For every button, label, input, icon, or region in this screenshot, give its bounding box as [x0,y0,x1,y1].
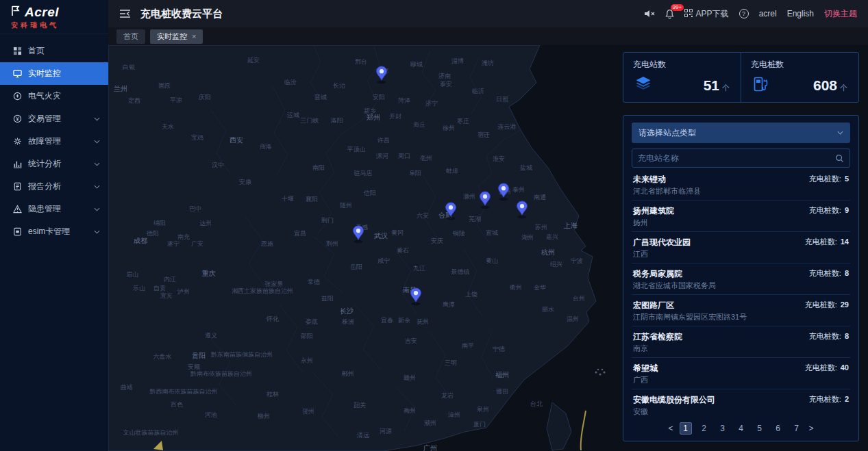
sidebar-collapse-icon[interactable] [119,9,131,18]
pagination-prev[interactable]: < [668,424,673,433]
map-city-label: 铜陵 [453,229,465,238]
station-list-item[interactable]: 扬州建筑院充电桩数: 9扬州 [632,201,850,232]
map-station-pin[interactable] [478,191,492,212]
map-city-label: 湖州 [521,233,534,242]
pagination-page-7[interactable]: 7 [791,422,803,435]
pagination-page-4[interactable]: 4 [735,422,747,435]
map-city-label: 株洲 [342,318,354,326]
language-switch[interactable]: English [787,9,814,18]
map-station-pin[interactable] [497,183,510,204]
sidebar-item-hazard[interactable]: 隐患管理 [0,198,108,220]
map-city-label: 延安 [247,56,260,65]
charging-pile-icon [752,76,769,95]
map-city-label: 苏州 [535,223,547,232]
map-city-label: 新余 [398,316,410,325]
tab-0[interactable]: 首页 [116,29,145,44]
search-icon[interactable] [835,154,844,163]
pagination-page-1[interactable]: 1 [680,422,692,435]
pagination-page-3[interactable]: 3 [717,422,729,435]
sidebar-item-fault[interactable]: 故障管理 [0,130,108,153]
pagination-next[interactable]: > [809,424,814,433]
station-list-item[interactable]: 广昌现代农业园充电桩数: 14江西 [632,232,850,263]
map-city-label: 泸州 [177,287,190,296]
map-station-pin[interactable] [515,201,529,222]
map-city-label: 宣城 [486,229,498,237]
sidebar-item-statistics[interactable]: 统计分析 [0,153,108,175]
sidebar-item-home[interactable]: 首页 [0,40,108,62]
station-panel: 请选择站点类型 未来锂动充电桩数: 5河北省邯郸市临漳县扬州建筑院充电桩数: 9… [623,115,859,441]
tab-close-icon[interactable]: × [192,32,196,40]
map-city-label: 徐州 [443,124,455,133]
map-city-label: 湘西土家族苗族自治州 [232,287,293,296]
map-city-label: 庆阳 [199,93,211,102]
map-city-label: 娄底 [306,318,318,326]
station-type-select-value: 请选择站点类型 [638,127,696,139]
pagination-page-6[interactable]: 6 [772,422,784,435]
map-city-label: 韶关 [354,401,366,410]
station-search-input[interactable] [638,153,835,163]
map-city-label: 泰安 [440,80,452,89]
map-city-label: 抚州 [417,318,429,326]
map-city-label: 淮安 [493,155,505,164]
username[interactable]: acrel [759,9,777,18]
map-city-label: 鹰潭 [443,300,455,309]
map-city-label: 宁波 [571,257,583,266]
map-city-label: 绵阳 [153,219,166,228]
app-download[interactable]: APP下载 [684,8,729,20]
sidebar-item-electric-fire[interactable]: 电气火灾 [0,85,108,107]
map-city-label: 德阳 [147,229,159,238]
pagination-page-5[interactable]: 5 [754,422,766,435]
station-list-item[interactable]: 税务局家属院充电桩数: 8湖北省应城市国家税务局 [632,263,850,295]
map-city-label: 上饶 [465,290,478,299]
map-canvas[interactable]: 白银延安临汾邢台邯郸聊城淄博潍坊济南泰安兰州定西固原平凉庆阳长治晋城安阳新乡菏泽… [108,45,868,451]
map-city-label: 百色 [171,400,183,409]
map-city-label: 枣庄 [457,117,469,126]
map-city-label: 开封 [389,112,401,121]
station-list-item[interactable]: 未来锂动充电桩数: 5河北省邯郸市临漳县 [632,169,850,201]
sidebar-item-label: esim卡管理 [28,226,70,237]
sidebar-item-realtime-monitor[interactable]: 实时监控 [0,62,108,85]
map-city-label: 泉州 [477,405,489,414]
map-station-pin[interactable] [351,225,365,246]
notification-bell[interactable]: 99+ [665,9,674,19]
home-icon [12,47,22,55]
station-location: 安徽 [633,407,849,416]
mute-icon[interactable] [644,10,655,18]
station-list-item[interactable]: 江苏省检察院充电桩数: 8南京 [632,326,850,358]
map-city-label: 兰州 [114,84,127,94]
station-name: 广昌现代农业园 [633,237,691,247]
map-city-label: 黄冈 [391,229,404,237]
map-city-label: 淄博 [451,57,464,66]
station-type-select[interactable]: 请选择站点类型 [632,123,850,143]
station-list-item[interactable]: 宏图路厂区充电桩数: 29江阴市南闸镇东盟园区宏图路31号 [632,295,850,326]
map-station-pin[interactable] [409,287,423,309]
brand-subtitle: 安科瑞电气 [11,21,108,30]
chevron-down-icon [94,207,100,211]
station-list-item[interactable]: 安徽电缆股份有限公司充电桩数: 2安徽 [632,389,850,417]
sidebar-item-transaction[interactable]: 交易管理 [0,107,108,130]
sidebar-item-esim[interactable]: esim卡管理 [0,220,108,243]
sidebar-item-report[interactable]: 报告分析 [0,175,108,198]
station-list-item[interactable]: 希望城充电桩数: 40广西 [632,358,850,389]
theme-switch[interactable]: 切换主题 [824,8,857,20]
station-location: 江西 [633,250,849,259]
chevron-down-icon [837,131,843,135]
sidebar-item-label: 首页 [28,45,45,57]
station-pile-count: 充电桩数: 29 [805,300,849,310]
station-pile-count: 充电桩数: 14 [805,237,849,247]
map-city-label: 河池 [205,411,217,420]
map-station-pin[interactable] [375,66,388,87]
pagination-page-2[interactable]: 2 [698,422,710,435]
map-city-label: 黔西南布依族苗族自治州 [150,387,218,396]
app-download-label: APP下载 [696,8,729,20]
map-city-label: 邵阳 [301,332,313,341]
map-city-label: 怀化 [266,315,279,324]
station-location: 湖北省应城市国家税务局 [633,281,849,290]
map-station-pin[interactable] [444,202,458,223]
map-city-label: 黔南布依族苗族自治州 [190,370,252,378]
help-icon[interactable]: ? [739,9,749,18]
map-city-label: 安康 [239,178,251,187]
tab-1[interactable]: 实时监控× [150,29,203,44]
right-panel: 充电站数 51个 充电桩数 608个 [623,52,859,441]
map-city-label: 泰州 [512,185,525,194]
